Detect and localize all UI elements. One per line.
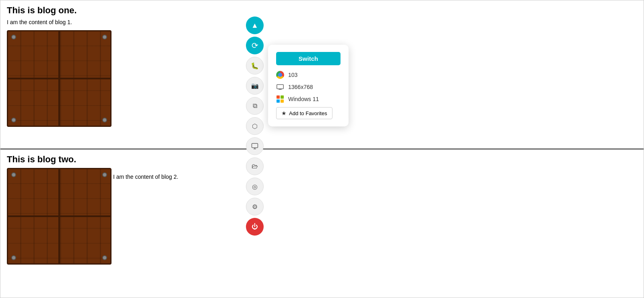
- popup-os-item: Windows 11: [276, 95, 341, 103]
- windows-icon: [276, 95, 284, 103]
- monitor-icon: [251, 143, 258, 150]
- blog-one-content: I am the content of blog 1.: [7, 19, 637, 25]
- bolt2-bl: [11, 255, 16, 260]
- blog-two-content-area: [7, 168, 637, 265]
- switch-button[interactable]: Switch: [276, 52, 341, 65]
- folder-icon: 🗁: [252, 163, 258, 170]
- monitor-button[interactable]: [246, 137, 264, 155]
- monitor-small-icon: [276, 83, 284, 91]
- svg-rect-0: [252, 143, 258, 148]
- gear-icon: ⚙: [252, 203, 258, 211]
- popup-card: Switch 103 1366x768: [268, 45, 349, 126]
- sync-button[interactable]: ⟳: [246, 37, 264, 54]
- cube-button[interactable]: ⬡: [246, 117, 264, 135]
- add-favorites-button[interactable]: ★ Add to Favorites: [276, 107, 332, 119]
- brace-vertical: [58, 31, 60, 126]
- blog-one-image: [7, 30, 111, 127]
- power-icon: ⏻: [252, 223, 258, 230]
- add-favorites-label: Add to Favorites: [289, 110, 327, 116]
- bug-icon: 🐛: [251, 62, 259, 70]
- cube-icon: ⬡: [252, 122, 258, 130]
- page-wrapper: This is blog one. I am the content of bl…: [0, 0, 644, 298]
- sync-icon: ⟳: [252, 41, 258, 50]
- blog-two-content-text: I am the content of blog 2.: [113, 174, 178, 180]
- bolt-br: [102, 118, 107, 122]
- blog-two-image: [7, 168, 111, 265]
- popup-browser-version: 103: [288, 72, 297, 78]
- bolt2-br: [102, 255, 107, 260]
- popup-os: Windows 11: [288, 96, 319, 102]
- popup-resolution-item: 1366x768: [276, 83, 341, 91]
- brace2-vertical: [58, 169, 60, 263]
- debug-button[interactable]: 🐛: [246, 57, 264, 74]
- blog-one-title: This is blog one.: [7, 5, 637, 16]
- location-button[interactable]: ◎: [246, 178, 264, 195]
- svg-rect-3: [277, 85, 284, 89]
- bolt2-tr: [102, 172, 107, 177]
- layers-button[interactable]: ⧉: [246, 97, 264, 115]
- collapse-button[interactable]: ▲: [246, 17, 264, 34]
- popup-resolution: 1366x768: [288, 84, 313, 90]
- video-button[interactable]: 📷: [246, 77, 264, 95]
- video-icon: 📷: [251, 82, 259, 89]
- bolt2-tl: [11, 172, 16, 177]
- settings-button[interactable]: ⚙: [246, 198, 264, 215]
- star-icon: ★: [281, 110, 287, 116]
- toolbar: ▲ ⟳ 🐛 📷 ⧉ ⬡: [246, 17, 264, 236]
- bolt-bl: [11, 118, 16, 122]
- bolt-tl: [11, 35, 16, 39]
- power-button[interactable]: ⏻: [246, 218, 264, 236]
- layers-icon: ⧉: [253, 102, 257, 110]
- chrome-icon: [276, 71, 284, 79]
- folder-button[interactable]: 🗁: [246, 157, 264, 175]
- bolt-tr: [102, 35, 107, 39]
- chevron-up-icon: ▲: [251, 21, 258, 30]
- popup-browser-item: 103: [276, 71, 341, 79]
- blog-section-two: This is blog two. I am the content of bl…: [0, 149, 644, 298]
- location-icon: ◎: [252, 183, 258, 190]
- blog-two-title: This is blog two.: [7, 154, 637, 165]
